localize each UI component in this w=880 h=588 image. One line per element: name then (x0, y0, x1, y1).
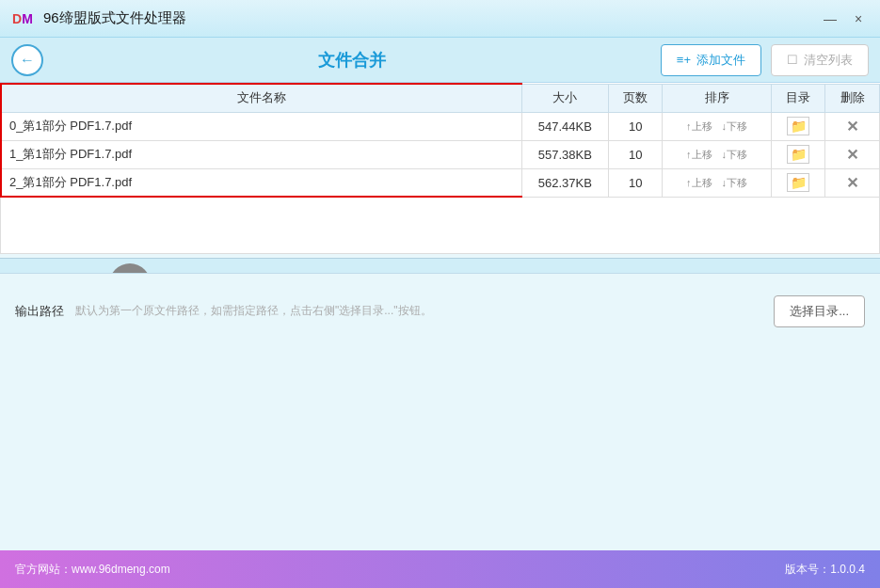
file-size-cell: 557.38KB (521, 140, 608, 168)
file-dir-cell: 📁 (771, 112, 825, 140)
file-pages-cell: 10 (608, 140, 663, 168)
empty-table-area (0, 198, 880, 254)
footer: 官方网站：www.96dmeng.com 版本号：1.0.0.4 (0, 550, 880, 588)
open-dir-button[interactable]: 📁 (787, 145, 809, 164)
output-area: 输出路径 默认为第一个原文件路径，如需指定路径，点击右侧"选择目录..."按钮。… (0, 273, 880, 348)
col-header-dir: 目录 (771, 84, 825, 112)
add-file-button[interactable]: ≡+ 添加文件 (661, 44, 761, 76)
move-up-button[interactable]: ↑上移 (683, 147, 715, 163)
minimize-button[interactable]: — (818, 9, 842, 28)
open-dir-button[interactable]: 📁 (787, 173, 809, 192)
add-file-label: 添加文件 (696, 52, 745, 69)
window-controls: — × (818, 9, 871, 28)
open-dir-button[interactable]: 📁 (787, 117, 809, 135)
col-header-size: 大小 (521, 84, 608, 112)
move-up-button[interactable]: ↑上移 (683, 119, 715, 135)
clear-list-button[interactable]: ☐ 清空列表 (771, 44, 869, 76)
delete-file-button[interactable]: ✕ (846, 119, 858, 135)
add-file-icon: ≡+ (677, 53, 691, 67)
table-scroll-area[interactable]: 文件名称 大小 页数 排序 目录 删除 0_第1部分 PDF1.7.pdf547… (0, 83, 880, 254)
file-name-cell: 2_第1部分 PDF1.7.pdf (1, 168, 521, 197)
file-name-cell: 1_第1部分 PDF1.7.pdf (1, 140, 521, 168)
col-header-del: 删除 (825, 84, 880, 112)
move-down-button[interactable]: ↓下移 (719, 175, 751, 191)
back-icon: ← (20, 52, 35, 69)
toolbar-buttons: ≡+ 添加文件 ☐ 清空列表 (661, 44, 869, 76)
close-button[interactable]: × (846, 9, 871, 28)
table-row: 1_第1部分 PDF1.7.pdf557.38KB10↑上移↓下移📁✕ (1, 140, 880, 168)
file-size-cell: 562.37KB (521, 168, 608, 197)
delete-file-button[interactable]: ✕ (846, 175, 858, 191)
file-del-cell: ✕ (825, 168, 880, 197)
footer-website: 官方网站：www.96dmeng.com (15, 562, 170, 578)
file-order-cell: ↑上移↓下移 (663, 140, 771, 168)
file-size-cell: 547.44KB (521, 112, 608, 140)
table-row: 0_第1部分 PDF1.7.pdf547.44KB10↑上移↓下移📁✕ (1, 112, 880, 140)
file-del-cell: ✕ (825, 112, 880, 140)
select-dir-button[interactable]: 选择目录... (774, 295, 865, 327)
footer-version: 版本号：1.0.0.4 (785, 562, 865, 578)
delete-file-button[interactable]: ✕ (846, 147, 858, 163)
toolbar: ← 文件合并 ≡+ 添加文件 ☐ 清空列表 (0, 38, 880, 83)
main-content: 文件名称 大小 页数 排序 目录 删除 0_第1部分 PDF1.7.pdf547… (0, 83, 880, 386)
clear-list-icon: ☐ (787, 53, 798, 67)
footer-website-url: www.96dmeng.com (72, 563, 170, 576)
file-name-text: 1_第1部分 PDF1.7.pdf (2, 147, 132, 161)
file-table-wrapper: 文件名称 大小 页数 排序 目录 删除 0_第1部分 PDF1.7.pdf547… (0, 83, 880, 254)
table-row: 2_第1部分 PDF1.7.pdf562.37KB10↑上移↓下移📁✕ (1, 168, 880, 197)
move-down-button[interactable]: ↓下移 (719, 119, 751, 135)
file-name-cell: 0_第1部分 PDF1.7.pdf (1, 112, 521, 140)
page-title: 文件合并 (53, 49, 651, 72)
file-table: 文件名称 大小 页数 排序 目录 删除 0_第1部分 PDF1.7.pdf547… (0, 83, 880, 198)
move-up-button[interactable]: ↑上移 (683, 175, 715, 191)
back-button[interactable]: ← (11, 44, 43, 76)
output-label: 输出路径 (15, 303, 64, 320)
file-dir-cell: 📁 (771, 140, 825, 168)
file-pages-cell: 10 (608, 112, 663, 140)
col-header-pages: 页数 (608, 84, 663, 112)
file-order-cell: ↑上移↓下移 (663, 112, 771, 140)
file-pages-cell: 10 (608, 168, 663, 197)
app-title: 96缔盟版式文件处理器 (43, 9, 818, 27)
file-order-cell: ↑上移↓下移 (663, 168, 771, 197)
file-name-text: 2_第1部分 PDF1.7.pdf (2, 175, 132, 189)
col-header-name: 文件名称 (1, 84, 521, 112)
file-dir-cell: 📁 (771, 168, 825, 197)
col-header-order: 排序 (663, 84, 771, 112)
file-name-text: 0_第1部分 PDF1.7.pdf (2, 119, 132, 133)
app-logo: DM (9, 6, 36, 32)
move-down-button[interactable]: ↓下移 (719, 147, 751, 163)
clear-list-label: 清空列表 (804, 52, 853, 69)
output-hint: 默认为第一个原文件路径，如需指定路径，点击右侧"选择目录..."按钮。 (75, 303, 762, 319)
footer-website-label: 官方网站： (15, 563, 72, 576)
title-bar: DM 96缔盟版式文件处理器 — × (0, 0, 880, 38)
file-del-cell: ✕ (825, 140, 880, 168)
